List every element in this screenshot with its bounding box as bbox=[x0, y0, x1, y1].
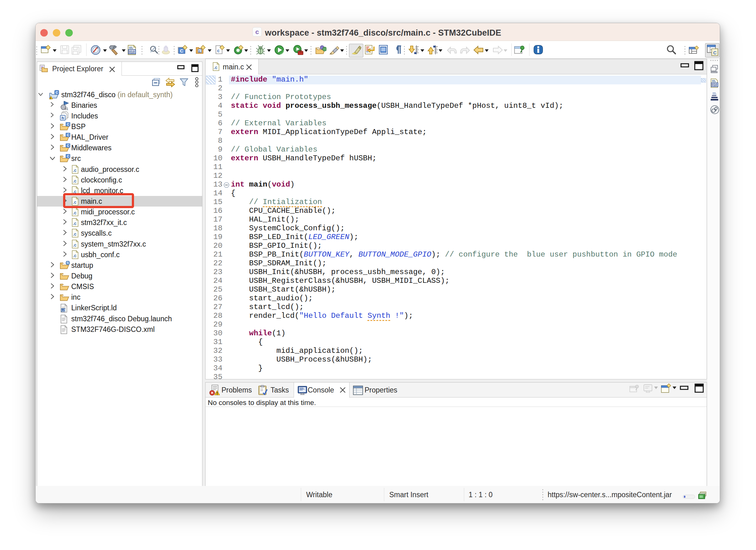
svg-text:C: C bbox=[713, 50, 717, 55]
svg-text:010: 010 bbox=[712, 83, 717, 87]
svg-text:.c: .c bbox=[214, 65, 217, 70]
svg-text:!: ! bbox=[50, 97, 51, 100]
svg-text:010: 010 bbox=[129, 50, 135, 54]
svg-text:C: C bbox=[180, 48, 183, 53]
svg-text:c: c bbox=[217, 48, 220, 53]
svg-text:LD: LD bbox=[62, 309, 66, 312]
svg-text:01: 01 bbox=[65, 107, 68, 111]
svg-text:c: c bbox=[199, 49, 201, 53]
svg-text:h: h bbox=[62, 116, 64, 120]
